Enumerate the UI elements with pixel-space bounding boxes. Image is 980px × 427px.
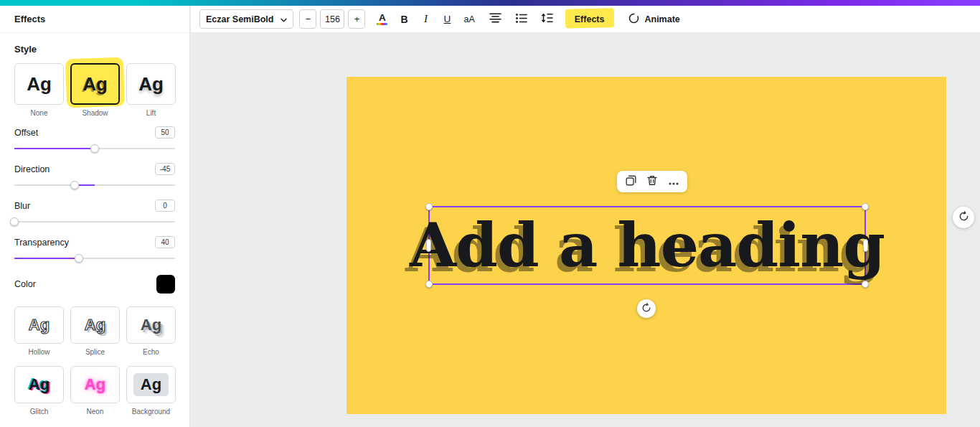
style-row-main: Ag None Ag Shadow Ag Lift	[14, 63, 175, 117]
style-preview-neon: Ag	[85, 377, 105, 393]
delete-button[interactable]	[643, 173, 661, 190]
offset-value-box[interactable]: 50	[155, 126, 175, 139]
heading-text[interactable]: Add a heading	[410, 215, 885, 276]
style-card-glitch[interactable]: Ag Glitch	[14, 366, 64, 416]
style-label-glitch: Glitch	[30, 408, 49, 416]
blur-slider[interactable]	[14, 217, 175, 227]
style-row-2: Ag Hollow Ag Splice Ag Echo	[14, 306, 175, 356]
style-label-lift: Lift	[146, 109, 156, 117]
font-size-increase-button[interactable]: +	[348, 9, 365, 29]
trash-icon	[647, 175, 657, 188]
brand-gradient-bar	[0, 0, 980, 6]
chevron-down-icon	[281, 14, 287, 24]
transparency-slider[interactable]	[14, 253, 175, 263]
direction-value-box[interactable]: -45	[155, 163, 175, 175]
resize-handle-top-left[interactable]	[425, 203, 433, 210]
spacing-button[interactable]	[537, 9, 557, 29]
style-label-hollow: Hollow	[28, 348, 50, 356]
rotate-icon	[641, 303, 651, 315]
direction-slider[interactable]	[14, 180, 175, 190]
offset-label: Offset	[14, 128, 38, 138]
more-dots-icon	[669, 177, 679, 187]
transparency-value-box[interactable]: 40	[155, 236, 175, 248]
style-card-neon[interactable]: Ag Neon	[70, 366, 120, 416]
transparency-slider-knob[interactable]	[75, 254, 83, 263]
resize-handle-left[interactable]	[426, 239, 431, 252]
text-selection-box[interactable]: Add a heading	[428, 206, 866, 285]
style-label-none: None	[31, 109, 48, 117]
text-color-button[interactable]: A	[372, 9, 392, 29]
style-card-shadow[interactable]: Ag Shadow	[70, 63, 120, 117]
font-selector[interactable]: Eczar SemiBold	[199, 9, 293, 29]
align-center-icon	[489, 13, 501, 25]
style-section-label: Style	[14, 44, 175, 55]
blur-label: Blur	[14, 201, 30, 211]
direction-control: Direction -45	[14, 163, 175, 190]
offset-slider-knob[interactable]	[90, 144, 99, 153]
style-card-echo[interactable]: Ag Echo	[126, 306, 176, 356]
style-preview-echo: Ag	[141, 317, 161, 333]
duplicate-button[interactable]	[621, 173, 640, 190]
style-preview-glitch: Ag	[29, 377, 50, 393]
shadow-color-swatch[interactable]	[156, 275, 175, 294]
underline-button[interactable]: U	[438, 9, 456, 29]
style-card-none[interactable]: Ag None	[14, 63, 64, 117]
effects-button[interactable]: Effects	[567, 10, 612, 29]
font-size-group: − 156 +	[299, 9, 365, 29]
resize-handle-right[interactable]	[863, 239, 868, 252]
font-size-value[interactable]: 156	[320, 9, 344, 29]
resize-handle-bottom-left[interactable]	[425, 281, 433, 288]
panel-header: Effects	[0, 6, 189, 33]
style-label-background: Background	[132, 408, 170, 416]
style-row-3: Ag Glitch Ag Neon Ag Background	[14, 366, 175, 416]
style-card-splice[interactable]: Ag Splice	[70, 306, 120, 356]
rainbow-underline	[377, 23, 387, 25]
panel-body: Style Ag None Ag Shadow Ag Lift Offset 5…	[0, 44, 189, 427]
alignment-button[interactable]	[485, 9, 506, 29]
font-name: Eczar SemiBold	[206, 14, 273, 24]
text-case-button[interactable]: aA	[459, 9, 479, 29]
font-size-decrease-button[interactable]: −	[299, 9, 316, 29]
bold-button[interactable]: B	[395, 9, 413, 29]
blur-value-box[interactable]: 0	[155, 200, 175, 212]
effects-panel: Effects Style Ag None Ag Shadow Ag Lift …	[0, 6, 190, 427]
blur-control: Blur 0	[14, 200, 175, 227]
rotate-handle[interactable]	[637, 299, 656, 318]
direction-label: Direction	[14, 164, 50, 174]
offset-control: Offset 50	[14, 126, 175, 154]
style-preview-background: Ag	[133, 373, 169, 396]
style-label-shadow: Shadow	[82, 109, 108, 117]
transparency-control: Transparency 40	[14, 236, 175, 263]
color-label: Color	[14, 279, 36, 289]
panel-title: Effects	[14, 14, 45, 24]
animate-icon	[628, 13, 639, 26]
resize-handle-bottom-right[interactable]	[862, 281, 869, 288]
refresh-view-button[interactable]	[953, 207, 974, 228]
animate-button[interactable]: Animate	[624, 12, 684, 27]
style-card-background[interactable]: Ag Background	[126, 366, 176, 416]
text-toolbar: Eczar SemiBold − 156 + A B I U aA Effect…	[191, 6, 980, 33]
style-card-hollow[interactable]: Ag Hollow	[14, 306, 64, 356]
bulleted-list-icon	[516, 14, 527, 25]
direction-slider-knob[interactable]	[70, 181, 79, 189]
style-preview-splice: Ag	[85, 317, 105, 333]
cycle-arrow-icon	[958, 211, 969, 224]
offset-slider[interactable]	[14, 144, 175, 154]
blur-slider-knob[interactable]	[10, 217, 19, 226]
list-button[interactable]	[512, 9, 532, 29]
style-preview-shadow: Ag	[83, 75, 108, 93]
italic-button[interactable]: I	[416, 9, 435, 29]
style-card-lift[interactable]: Ag Lift	[126, 63, 176, 117]
resize-handle-top-right[interactable]	[862, 203, 869, 210]
style-preview-none: Ag	[27, 75, 52, 93]
transparency-label: Transparency	[14, 238, 69, 248]
style-preview-hollow: Ag	[29, 317, 50, 333]
more-options-button[interactable]	[664, 173, 683, 190]
line-spacing-icon	[542, 13, 553, 25]
style-label-neon: Neon	[87, 408, 104, 416]
canvas-area[interactable]: Add a heading	[191, 33, 980, 427]
duplicate-icon	[626, 175, 636, 188]
style-label-echo: Echo	[143, 348, 159, 356]
element-context-toolbar	[617, 171, 687, 192]
color-control: Color	[14, 275, 175, 294]
